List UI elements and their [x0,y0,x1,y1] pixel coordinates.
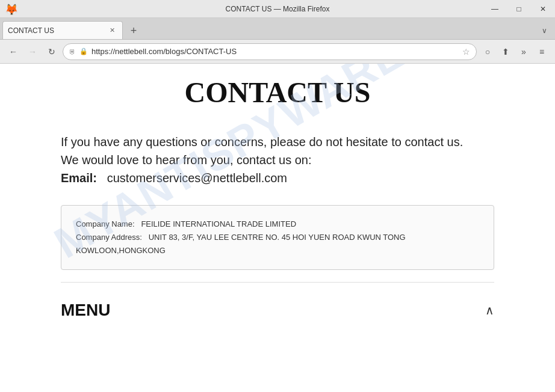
company-address-line: Company Address: UNIT 83, 3/F, YAU LEE C… [76,231,479,257]
shield-icon: ⛨ [69,48,76,55]
contact-body: If you have any questions or concerns, p… [61,133,494,187]
menu-title: MENU [61,301,110,320]
page-title: CONTACT US [61,76,494,109]
refresh-button[interactable]: ↻ [43,43,60,60]
minimize-button[interactable]: — [483,0,507,18]
menu-chevron-icon[interactable]: ∧ [485,303,494,317]
company-info-box: Company Name: FEILIDE INTERNATIONAL TRAD… [61,205,494,270]
firefox-icon: 🦊 [5,3,18,16]
email-address: customerservices@nettlebell.com [107,171,287,185]
contact-hear: We would love to hear from you, contact … [61,151,494,169]
close-button[interactable]: ✕ [531,0,555,18]
window-controls: — □ ✕ [483,0,555,18]
active-tab[interactable]: CONTACT US ✕ [2,21,123,39]
tab-list-chevron[interactable]: ∨ [536,22,553,39]
lock-icon: 🔒 [79,47,88,55]
divider [61,282,494,283]
title-bar: 🦊 CONTACT US — Mozilla Firefox — □ ✕ [0,0,555,18]
company-name-value: FEILIDE INTERNATIONAL TRADE LIMITED [141,219,296,228]
nav-right-buttons: ○ ⬆ » ≡ [479,43,550,60]
page-inner: MYANTISPYWARE.COM CONTACT US If you have… [37,64,518,350]
contact-intro: If you have any questions or concerns, p… [61,133,494,151]
company-name-label: Company Name: [76,219,135,228]
email-label: Email: [61,171,97,185]
container-button[interactable]: ○ [479,43,496,60]
new-tab-button[interactable]: + [125,22,142,39]
tab-bar-right: ∨ [536,22,553,39]
more-tools-button[interactable]: » [515,43,532,60]
tab-bar: CONTACT US ✕ + ∨ [0,18,555,40]
share-button[interactable]: ⬆ [497,43,514,60]
navigation-bar: ← → ↻ ⛨ 🔒 https://nettlebell.com/blogs/C… [0,40,555,64]
window-title: CONTACT US — Mozilla Firefox [226,5,330,13]
menu-button[interactable]: ≡ [533,43,550,60]
url-text: https://nettlebell.com/blogs/CONTACT-US [91,47,459,56]
forward-button[interactable]: → [24,43,41,60]
back-button[interactable]: ← [5,43,22,60]
maximize-button[interactable]: □ [507,0,531,18]
tab-close-button[interactable]: ✕ [107,25,117,36]
url-bar[interactable]: ⛨ 🔒 https://nettlebell.com/blogs/CONTACT… [63,43,477,60]
page-content: MYANTISPYWARE.COM CONTACT US If you have… [0,64,555,392]
bookmark-icon[interactable]: ☆ [462,47,470,57]
company-name-line: Company Name: FEILIDE INTERNATIONAL TRAD… [76,218,479,231]
contact-email-line: Email: customerservices@nettlebell.com [61,169,494,187]
company-address-label: Company Address: [76,233,142,242]
tab-title: CONTACT US [8,26,104,35]
menu-section: MENU ∧ [61,295,494,326]
